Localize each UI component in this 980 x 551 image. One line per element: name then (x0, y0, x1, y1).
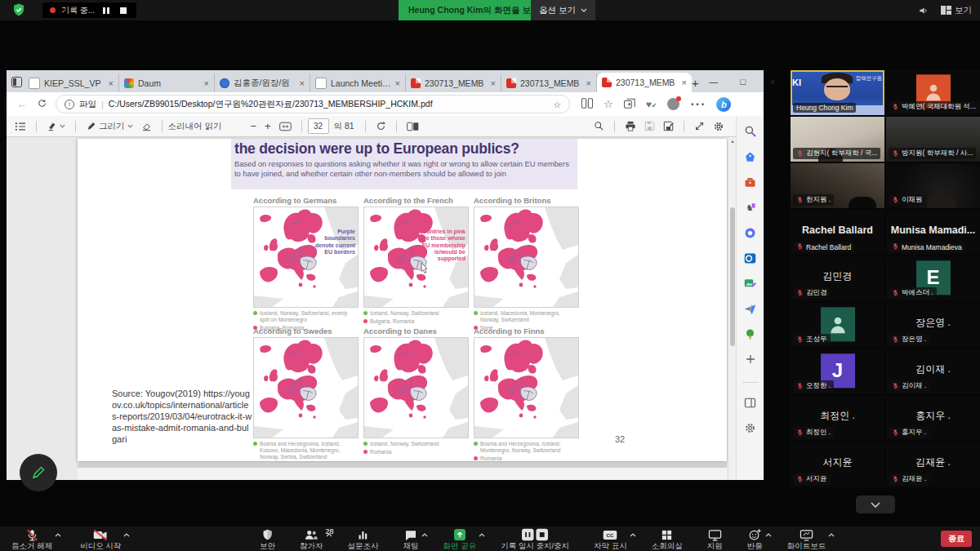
tab-actions-icon[interactable] (11, 73, 22, 90)
favorite-star-icon[interactable]: ☆ (554, 100, 561, 109)
participant-tile[interactable]: E박에스더 . (886, 256, 980, 301)
participant-tile[interactable]: KI정책연구원Heung Chong Kim (791, 70, 884, 115)
maximize-button[interactable]: □ (728, 77, 758, 87)
participant-tile[interactable]: 서지윤서지윤 (791, 442, 884, 487)
search-document-icon[interactable] (594, 121, 604, 131)
tab-close-icon[interactable]: × (586, 78, 591, 88)
participant-tile[interactable]: 김재윤 .김재윤 . (886, 442, 980, 487)
copilot-icon[interactable] (743, 225, 758, 240)
chevron-up-icon[interactable] (765, 530, 772, 539)
outlook-icon[interactable] (743, 251, 758, 265)
participant-tile[interactable]: 김현지( 학부재학 / 국... (791, 117, 884, 162)
chevron-up-icon[interactable] (326, 530, 332, 539)
page-number-input[interactable]: 32 (308, 118, 329, 134)
participant-tile[interactable]: 한지원 . (791, 163, 884, 208)
split-screen-icon[interactable] (581, 97, 593, 112)
toolbar-shield-button[interactable]: 보안 (260, 527, 275, 550)
toolbar-whiteboard-button[interactable]: 화이트보드 (787, 527, 826, 550)
toc-icon[interactable] (15, 122, 26, 131)
tab-close-icon[interactable]: × (395, 78, 400, 88)
view-options-button[interactable]: 옵션 보기 (531, 0, 595, 20)
designer-icon[interactable] (743, 276, 758, 291)
read-aloud-button[interactable]: 소리내어 읽기 (168, 121, 222, 132)
participant-tile[interactable]: 조성우 (791, 303, 884, 348)
participant-tile[interactable]: 이채원 (886, 163, 980, 208)
eraser-icon[interactable] (141, 121, 152, 131)
grow-icon[interactable] (743, 327, 758, 341)
chevron-up-icon[interactable] (123, 530, 130, 539)
back-icon[interactable]: ← (16, 98, 27, 110)
more-participants-button[interactable] (856, 495, 895, 513)
browser-tab[interactable]: 230713_MEMB× (597, 73, 692, 92)
tools-icon[interactable] (743, 175, 758, 189)
address-url-field[interactable]: i 파일 | C:/Users/ZB99015/Desktop/연구원%20관련… (56, 95, 570, 113)
pdf-settings-gear-icon[interactable] (713, 121, 724, 132)
bing-copilot-icon[interactable]: b (716, 97, 731, 112)
tab-close-icon[interactable]: × (109, 78, 114, 88)
minimize-button[interactable]: — (699, 77, 728, 87)
participant-tile[interactable]: Rachel BallardRachel Ballard (791, 210, 884, 255)
chevron-up-icon[interactable] (828, 530, 835, 539)
participant-tile[interactable]: 장은영 .장은영 . (886, 303, 980, 348)
participant-tile[interactable]: Munisa Mamadi...Munisa Mamadieva (886, 210, 980, 255)
profile-avatar[interactable] (667, 98, 679, 110)
chevron-up-icon[interactable] (421, 530, 428, 539)
print-icon[interactable] (625, 121, 636, 131)
browser-tab[interactable]: KIEP_SSL_VP× (24, 73, 119, 92)
browser-tab[interactable]: Daum× (119, 73, 215, 92)
browser-tab[interactable]: 230713_MEMB× (501, 73, 597, 92)
toolbar-reactions-button[interactable]: 반응 (747, 527, 763, 550)
fit-width-icon[interactable] (279, 122, 292, 131)
scrollbar-thumb[interactable] (730, 207, 735, 346)
more-menu-icon[interactable]: ··· (690, 97, 706, 112)
collections-icon[interactable] (624, 97, 635, 112)
participant-tile[interactable]: 홍지우 .홍지우 . (886, 396, 980, 441)
audio-settings-icon[interactable] (918, 5, 929, 16)
toolbar-record-controls-button[interactable]: 기록 일시 중지/중지 (501, 527, 569, 550)
favorites-icon[interactable]: ☆ (604, 98, 613, 110)
end-meeting-button[interactable]: 종료 (941, 531, 972, 547)
pause-recording-button[interactable] (100, 6, 112, 16)
toolbar-participants-button[interactable]: 참가자28 (300, 527, 323, 550)
toolbar-captions-button[interactable]: CC자막 표시 (594, 527, 627, 550)
new-tab-button[interactable]: + (692, 73, 699, 92)
participant-tile[interactable]: 김민경김민경 (791, 256, 884, 301)
fullscreen-icon[interactable] (694, 121, 705, 131)
chevron-up-icon[interactable] (630, 530, 636, 539)
participant-tile[interactable]: 박혜연( 국제대학원 석... (886, 70, 980, 115)
chevron-up-icon[interactable] (55, 530, 61, 539)
toolbar-share-screen-button[interactable]: 화면 공유 (443, 527, 477, 550)
page-info-icon[interactable]: i (65, 100, 74, 109)
toolbar-video-off-button[interactable]: 비디오 시작 (80, 527, 121, 550)
tab-close-icon[interactable]: × (300, 78, 305, 88)
tab-close-icon[interactable]: × (682, 78, 687, 87)
toolbar-polls-button[interactable]: 설문조사 (348, 527, 379, 550)
toolbar-breakout-button[interactable]: 소회의실 (652, 527, 683, 550)
refresh-icon[interactable] (37, 98, 47, 111)
participant-tile[interactable]: J오정한 . (791, 349, 884, 394)
browser-tab[interactable]: 김홍종/원장/원× (215, 73, 310, 92)
add-icon[interactable] (743, 352, 758, 367)
toolbar-mic-off-button[interactable]: 음소거 해제 (11, 527, 52, 550)
browser-tab[interactable]: 230713_MEMB× (406, 73, 501, 92)
zoom-in-icon[interactable]: + (265, 120, 271, 132)
view-button[interactable]: 보기 (941, 5, 972, 16)
participant-tile[interactable]: 최정인 .최정인 . (791, 396, 884, 441)
save-as-icon[interactable] (663, 121, 674, 131)
page-layout-icon[interactable] (407, 122, 419, 131)
bing-search-icon[interactable] (743, 124, 758, 139)
highlighter-icon[interactable] (47, 121, 65, 131)
tab-close-icon[interactable]: × (204, 78, 209, 88)
participant-tile[interactable]: 김이재 .김이재 . (886, 349, 980, 394)
stop-recording-button[interactable] (118, 6, 129, 16)
send-icon[interactable] (743, 301, 758, 316)
close-button[interactable]: × (758, 77, 787, 87)
zoom-out-icon[interactable]: − (250, 120, 256, 132)
browser-tab[interactable]: Launch Meeting× (310, 73, 406, 92)
chevron-up-icon[interactable] (479, 530, 485, 539)
toolbar-chat-button[interactable]: 채팅 (403, 527, 419, 550)
annotate-button[interactable] (20, 454, 57, 491)
toolbar-support-button[interactable]: 지원 (707, 527, 723, 550)
reading-icon[interactable] (743, 395, 758, 410)
games-icon[interactable]: ♞ (743, 200, 758, 215)
